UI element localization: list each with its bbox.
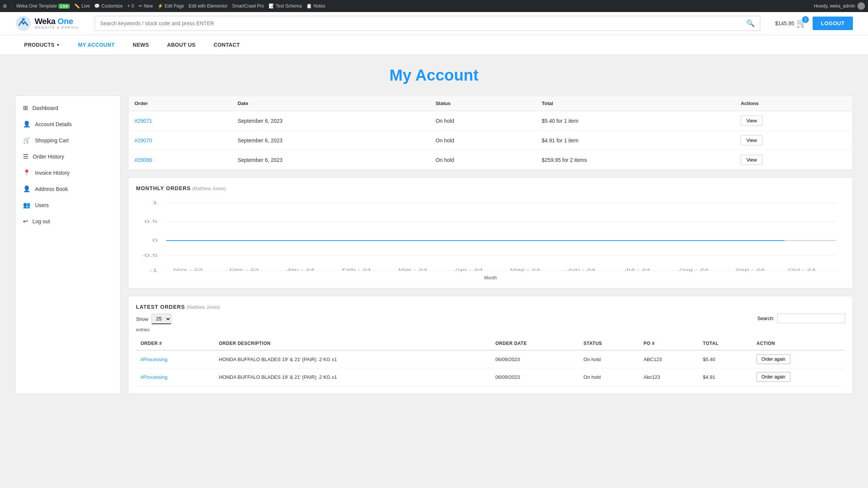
- svg-text:Apr - 24: Apr - 24: [455, 268, 483, 271]
- cart-area[interactable]: $145.95 🛒 2: [775, 18, 807, 28]
- chart-title: MONTHLY ORDERS: [136, 185, 191, 191]
- sidebar-item-account-details[interactable]: 👤 Account Details: [15, 116, 120, 132]
- search-label: Search:: [757, 316, 774, 321]
- template-name: Weka One Template: [16, 3, 57, 9]
- order-total: $259.95 for 2 items: [536, 150, 735, 170]
- order-again-button[interactable]: Order again: [756, 354, 790, 364]
- order-date: September 6, 2023: [232, 111, 429, 131]
- chart-title-row: MONTHLY ORDERS (Matthew Jones): [136, 185, 845, 191]
- logout-button[interactable]: LOGOUT: [813, 17, 853, 30]
- svg-text:1: 1: [152, 200, 157, 205]
- nav-item-products[interactable]: PRODUCTS ▼: [15, 35, 69, 55]
- comments-link[interactable]: 💬 Customize: [94, 3, 123, 9]
- sidebar-label-address-book: Address Book: [35, 186, 68, 192]
- order-link[interactable]: #29070: [134, 137, 152, 143]
- cart-badge: 2: [802, 16, 809, 23]
- latest-orders-title: LATEST ORDERS: [136, 304, 185, 310]
- latest-order-po: ABC123: [639, 350, 698, 368]
- svg-text:May - 24: May - 24: [510, 268, 540, 271]
- pencil-icon: ✏️: [74, 3, 80, 9]
- sidebar-item-order-history[interactable]: ☰ Order History: [15, 148, 120, 165]
- svg-text:Jun - 24: Jun - 24: [567, 268, 596, 271]
- col-status: Status: [429, 96, 536, 111]
- notes-link[interactable]: 📝 Test Schema: [269, 3, 302, 9]
- nav-label-products: PRODUCTS: [24, 42, 55, 48]
- chart-x-label: Month: [136, 275, 845, 281]
- order-link[interactable]: #29066: [134, 157, 152, 163]
- latest-search-input[interactable]: [777, 314, 845, 323]
- sidebar-item-address-book[interactable]: 👤 Address Book: [15, 181, 120, 197]
- latest-order-desc: HONDA BUFFALO BLADES 19' & 21' (PAIR) .2…: [214, 350, 491, 368]
- nav-item-contact[interactable]: CONTACT: [205, 35, 249, 55]
- smartcrawl-link[interactable]: Edit with Elementor: [189, 3, 228, 9]
- invoice-icon: 📍: [23, 169, 31, 176]
- chevron-down-icon: ▼: [56, 43, 60, 47]
- latest-order-desc: HONDA BUFFALO BLADES 19' & 21' (PAIR) .2…: [214, 368, 491, 386]
- nav-item-aboutus[interactable]: ABOUT US: [158, 35, 205, 55]
- latest-order-link[interactable]: #Processing: [141, 374, 168, 380]
- svg-text:Nov - 23: Nov - 23: [173, 268, 203, 271]
- latest-col-po: PO #: [639, 337, 698, 350]
- cart-sidebar-icon: 🛒: [23, 137, 31, 144]
- svg-text:Jan - 24: Jan - 24: [286, 268, 315, 271]
- latest-col-action: ACTION: [752, 337, 845, 350]
- logo[interactable]: Weka One WEBSITE & PORTAL: [15, 15, 79, 32]
- testschema-link[interactable]: SmartCrawl Pro: [232, 3, 264, 9]
- person-icon: 👤: [23, 120, 31, 128]
- chart-subtitle: (Matthew Jones): [192, 186, 226, 191]
- nav-label-news: NEWS: [133, 42, 149, 48]
- customize-link[interactable]: ✏️ Live: [74, 3, 90, 9]
- site-header: Weka One WEBSITE & PORTAL 🔍 $145.95 🛒 2 …: [0, 12, 868, 35]
- nav-item-news[interactable]: NEWS: [124, 35, 158, 55]
- wp-logo[interactable]: ⊞: [3, 3, 7, 9]
- live-badge: Live: [58, 4, 70, 9]
- list-item: #Processing HONDA BUFFALO BLADES 19' & 2…: [136, 350, 845, 368]
- view-button[interactable]: View: [741, 135, 763, 145]
- nav-label-aboutus: ABOUT US: [167, 42, 196, 48]
- svg-text:Jul - 24: Jul - 24: [625, 268, 650, 271]
- new-link[interactable]: + 0: [127, 3, 134, 9]
- entries-text: entries: [136, 327, 171, 332]
- order-link[interactable]: #29071: [134, 118, 152, 124]
- show-select[interactable]: 25 10 50: [151, 314, 171, 324]
- edit-page-link[interactable]: ✏ New: [139, 3, 153, 9]
- order-date: September 6, 2023: [232, 131, 429, 150]
- elementor-link[interactable]: ⚡ Edit Page: [157, 3, 184, 9]
- view-button[interactable]: View: [741, 155, 763, 165]
- svg-text:Mar - 24: Mar - 24: [398, 268, 427, 271]
- view-button[interactable]: View: [741, 116, 763, 126]
- wp-icon: ⊞: [3, 3, 7, 9]
- order-again-button[interactable]: Order again: [756, 372, 790, 382]
- svg-point-1: [22, 18, 25, 21]
- nav-item-myaccount[interactable]: MY ACCOUNT: [69, 35, 124, 55]
- search-input[interactable]: [95, 17, 741, 30]
- sidebar-item-shopping-cart[interactable]: 🛒 Shopping Cart: [15, 132, 120, 148]
- main-nav: PRODUCTS ▼ MY ACCOUNT NEWS ABOUT US CONT…: [0, 35, 868, 55]
- nav-label-contact: CONTACT: [214, 42, 240, 48]
- latest-order-po: Abc123: [639, 368, 698, 386]
- col-total: Total: [536, 96, 735, 111]
- cart-amount: $145.95: [775, 20, 795, 26]
- latest-order-status: On hold: [579, 368, 639, 386]
- order-total: $5.40 for 1 item: [536, 111, 735, 131]
- template-link[interactable]: Weka One Template Live: [16, 3, 70, 9]
- sidebar-item-dashboard[interactable]: ⊞ Dashboard: [15, 100, 120, 116]
- logo-svg: [15, 15, 32, 32]
- search-button[interactable]: 🔍: [741, 16, 760, 30]
- sidebar-item-invoice-history[interactable]: 📍 Invoice History: [15, 165, 120, 181]
- order-status: On hold: [429, 111, 536, 131]
- forms-link[interactable]: 📋 Notes: [306, 3, 325, 9]
- latest-order-date: 06/09/2023: [491, 368, 579, 386]
- latest-order-link[interactable]: #Processing: [141, 357, 168, 362]
- logo-name: Weka One: [35, 17, 79, 26]
- svg-text:0.5: 0.5: [144, 219, 157, 224]
- list-item: #Processing HONDA BUFFALO BLADES 19' & 2…: [136, 368, 845, 386]
- show-row: Show 25 10 50: [136, 314, 171, 324]
- account-layout: ⊞ Dashboard 👤 Account Details 🛒 Shopping…: [15, 96, 853, 394]
- sidebar-label-users: Users: [35, 202, 49, 208]
- sidebar-label-account-details: Account Details: [35, 121, 72, 127]
- sidebar-label-invoice-history: Invoice History: [35, 170, 70, 176]
- latest-order-date: 06/09/2023: [491, 350, 579, 368]
- sidebar-item-logout[interactable]: ↩ Log out: [15, 213, 120, 229]
- sidebar-item-users[interactable]: 👥 Users: [15, 197, 120, 213]
